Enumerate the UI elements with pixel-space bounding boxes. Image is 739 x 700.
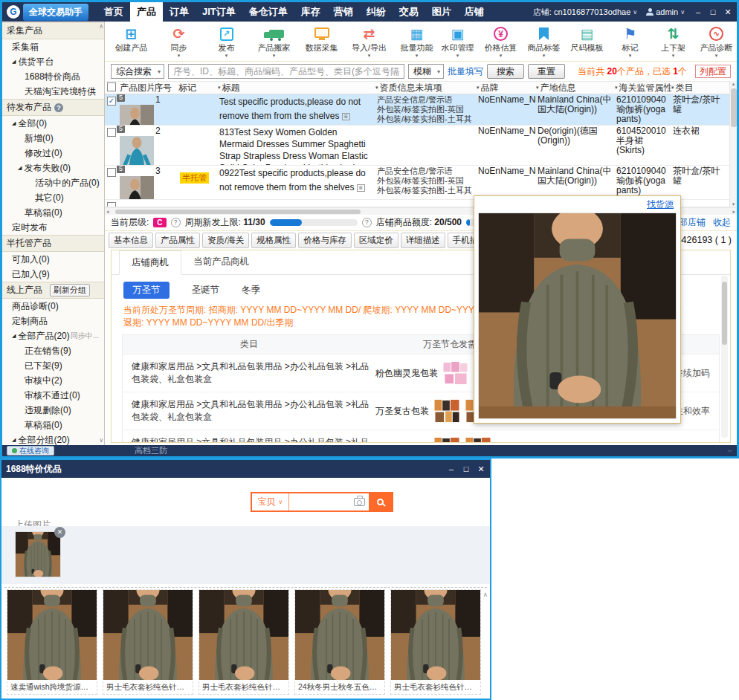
product-move-button[interactable]: 产品搬家▾ [254, 25, 294, 57]
product-tags-button[interactable]: 商品标签▾ [523, 25, 564, 57]
translate-icon[interactable]: ≣ [357, 184, 365, 192]
sidebar-item-joinable[interactable]: 可加入(0) [2, 252, 104, 267]
season-winter-button[interactable]: 冬季 [242, 284, 260, 296]
minimize-button[interactable]: – [694, 7, 703, 16]
table-row[interactable]: ✓ 5 1 Test specific products,please do n… [105, 94, 729, 126]
sidebar-item-collect-box[interactable]: 采集箱 [2, 39, 104, 54]
search-category-select[interactable]: 宝贝∨ [252, 493, 289, 511]
uploaded-image-thumbnail[interactable]: ✕ [15, 531, 61, 577]
collapse-link[interactable]: 收起 [713, 216, 731, 229]
product-thumbnail[interactable]: 5 [120, 105, 154, 126]
col-title[interactable]: ▾标题 [218, 82, 375, 94]
close-button[interactable]: ✕ [723, 7, 732, 17]
product-diagnose-button[interactable]: ∿产品诊断▾ [696, 25, 737, 57]
menu-inventory[interactable]: 库存 [294, 2, 327, 22]
tab-description[interactable]: 详细描述 [401, 233, 445, 248]
tab-shop-opportunity[interactable]: 店铺商机 [119, 250, 181, 275]
tab-current-product-opportunity[interactable]: 当前产品商机 [181, 250, 261, 274]
col-qualification[interactable]: ▾资质信息未填项 [375, 82, 477, 94]
sidebar-item-off-shelf[interactable]: 已下架(9) [2, 358, 104, 373]
remove-image-icon[interactable]: ✕ [54, 527, 65, 538]
sidebar-scroll-up-icon[interactable]: ∧ [99, 23, 103, 30]
minimize-button[interactable]: – [447, 464, 456, 473]
sidebar-item-new[interactable]: 新增(0) [2, 131, 104, 146]
col-category[interactable]: ▾类目 [671, 82, 729, 94]
create-product-button[interactable]: ⊞创建产品 [111, 25, 152, 57]
col-origin[interactable]: ▾产地信息 [536, 82, 615, 94]
search-button[interactable]: 搜索 [487, 64, 524, 79]
sidebar-item-under-review[interactable]: 审核中(2) [2, 373, 104, 388]
sidebar-item-tmall-taobao[interactable]: 天猫淘宝跨境特供 [2, 84, 104, 99]
result-card[interactable]: 男士毛衣套衫纯色针织衫... [199, 589, 289, 695]
tab-spec-attrs[interactable]: 规格属性 [251, 233, 296, 248]
search-input[interactable] [168, 64, 404, 79]
scroll-left-icon[interactable]: ◂ [106, 209, 109, 215]
price-estimate-button[interactable]: ¥价格估算▾ [480, 25, 521, 57]
menu-transactions[interactable]: 交易 [393, 2, 425, 22]
sidebar-section-collected[interactable]: 采集产品 [2, 22, 104, 39]
scroll-down-icon[interactable]: ▾ [732, 201, 735, 207]
opportunity-row[interactable]: 健康和家居用品 >文具和礼品包装用品 >办公礼品包装 >礼品包装袋、礼盒包装盒 … [123, 430, 719, 443]
panel-vertical-scrollbar[interactable] [721, 276, 728, 438]
find-supply-link[interactable]: 找货源 [647, 198, 674, 211]
publish-button[interactable]: ↗发布▾ [206, 25, 247, 57]
watermark-button[interactable]: ▣水印管理▾ [437, 25, 478, 57]
sidebar-item-modified[interactable]: 修改过(0) [2, 146, 104, 161]
menu-home[interactable]: 首页 [97, 2, 130, 22]
product-title[interactable]: Test specific products,please do not rem… [218, 94, 375, 124]
user-menu[interactable]: admin∨ [646, 2, 685, 22]
shelf-toggle-button[interactable]: ⇅上下架▾ [653, 25, 694, 57]
results-scroll-up-icon[interactable]: ∧ [483, 591, 488, 598]
scrollbar-thumb[interactable] [115, 210, 361, 214]
sidebar-item-publish-failed[interactable]: ◢发布失败(0) [2, 161, 104, 175]
menu-jit-orders[interactable]: JIT订单 [196, 2, 242, 22]
product-thumbnail[interactable]: 5 [120, 176, 154, 200]
camera-search-button[interactable] [349, 493, 369, 511]
row-checkbox[interactable]: ✓ [107, 97, 116, 106]
tree-expand-icon[interactable]: ◢ [12, 59, 16, 65]
sidebar-item-violation-deleted[interactable]: 违规删除(0) [2, 403, 104, 418]
menu-marketing[interactable]: 营销 [327, 2, 360, 22]
sidebar-item-on-sale[interactable]: 正在销售(9) [2, 343, 104, 358]
sidebar-section-online[interactable]: 线上产品刷新分组 [2, 282, 104, 299]
sidebar-item-in-activity[interactable]: 活动中的产品(0) [2, 175, 104, 190]
size-template-button[interactable]: ▤尺码模板 [567, 25, 607, 57]
row-checkbox[interactable] [107, 128, 116, 137]
tab-price-stock[interactable]: 价格与库存 [298, 233, 352, 248]
menu-product[interactable]: 产品 [130, 2, 163, 22]
sync-button[interactable]: ⟳同步▾ [158, 25, 199, 57]
product-thumbnail[interactable]: 5 [120, 136, 154, 166]
sidebar-item-all-groups[interactable]: ◢全部分组(20) [2, 432, 104, 445]
search-type-select[interactable]: 综合搜索▾ [111, 64, 164, 79]
scroll-right-icon[interactable]: ▸ [732, 209, 735, 215]
tree-expand-icon[interactable]: ◢ [12, 333, 16, 339]
row-checkbox[interactable] [107, 202, 116, 207]
sidebar-item-online-drafts[interactable]: 草稿箱(0) [2, 418, 104, 432]
scroll-up-icon[interactable]: ▴ [732, 81, 735, 87]
mark-button[interactable]: ⚑标记▾ [610, 25, 651, 57]
help-icon[interactable]: ? [54, 103, 63, 112]
product-title[interactable]: 813Test Sexy Women Golden Mermaid Dresse… [218, 126, 375, 166]
reset-button[interactable]: 重置 [528, 64, 565, 79]
result-card[interactable]: 24秋冬男士秋冬五色纯色时... [294, 589, 385, 695]
sidebar-scroll-down-icon[interactable]: ∨ [99, 437, 103, 444]
col-product-image[interactable]: 产品图片▾ [120, 82, 154, 94]
menu-images[interactable]: 图片 [425, 2, 458, 22]
col-customs[interactable]: ▾海关监管属性 [615, 82, 671, 94]
menu-orders[interactable]: 订单 [163, 2, 196, 22]
column-config-button[interactable]: 列配置 [695, 65, 731, 78]
season-halloween-button[interactable]: 万圣节 [123, 282, 170, 299]
tree-expand-icon[interactable]: ◢ [18, 165, 22, 171]
sidebar-item-product-diagnosis[interactable]: 商品诊断(0) [2, 299, 104, 314]
tab-qualification-customs[interactable]: 资质/海关 [202, 233, 249, 248]
season-christmas-button[interactable]: 圣诞节 [192, 284, 220, 296]
match-mode-select[interactable]: 模糊▾ [408, 64, 444, 79]
table-vertical-scrollbar[interactable]: ▴ ▾ [729, 81, 737, 207]
result-card[interactable]: 男士毛衣套衫纯色针织衫... [103, 589, 193, 695]
sidebar-item-scheduled-publish[interactable]: 定时发布 [2, 220, 104, 235]
tab-product-attrs[interactable]: 产品属性 [155, 233, 200, 248]
result-card[interactable]: 男士毛衣套衫纯色针织衫... [390, 589, 481, 695]
online-support-button[interactable]: 在线咨询 [7, 446, 54, 456]
sidebar-item-drafts[interactable]: 草稿箱(0) [2, 205, 104, 220]
menu-warehouse-orders[interactable]: 备仓订单 [242, 2, 294, 22]
